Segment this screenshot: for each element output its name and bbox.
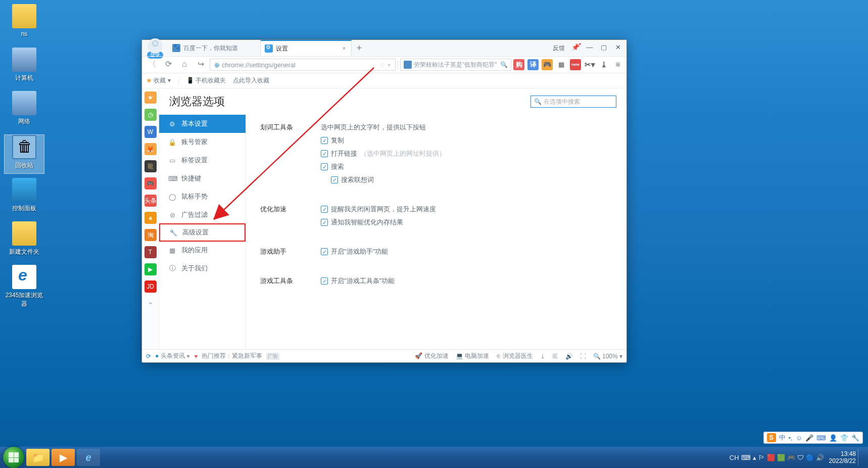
avatar-login[interactable]: 登录 [142,37,168,59]
maximize-button[interactable]: ▢ [597,42,610,54]
ime-face-icon[interactable]: ☺ [796,434,802,442]
new-badge-icon[interactable]: new [570,59,581,70]
tab-settings[interactable]: 设置 × [261,40,352,56]
rail-icon[interactable]: ๑ [144,212,157,224]
checkbox-copy[interactable] [321,137,328,144]
forward-button[interactable]: ↪ [194,58,208,71]
game-icon[interactable]: 🎮 [542,59,553,70]
ie-mode-icon[interactable]: IE [552,353,558,360]
rail-icon[interactable]: 淘 [144,229,157,241]
minimize-button[interactable]: — [583,42,596,54]
tray-sound-icon[interactable]: 🔊 [816,454,824,461]
taskbar-explorer[interactable]: 📁 [26,449,50,466]
desktop-icon-2345-browser[interactable]: 2345加速浏览器 [4,265,44,304]
refresh-icon[interactable]: ⟳ [146,353,151,360]
speedup-button[interactable]: 🚀 优化加速 [415,352,448,360]
ime-settings-icon[interactable]: 🔧 [851,434,859,442]
tray-up-icon[interactable]: ▴ [753,454,756,461]
fullscreen-icon[interactable]: ⛶ [580,353,586,360]
zoom-level[interactable]: 🔍 100% ▾ [593,353,622,360]
nav-adblock[interactable]: ⊘广告过滤 [159,206,246,224]
rail-icon[interactable]: ◷ [144,109,157,121]
favorites-button[interactable]: ★ 收藏 ▾ [146,76,171,85]
tray-keyboard-icon[interactable]: ⌨ [741,454,751,461]
ime-keyboard-icon[interactable]: ⌨ [816,434,826,442]
checkbox-remind-idle[interactable] [321,206,328,213]
grid-icon[interactable]: ▦ [556,59,567,70]
nav-mouse-gesture[interactable]: ◯鼠标手势 [159,188,246,206]
close-icon[interactable]: × [340,45,348,53]
import-fav-link[interactable]: 点此导入收藏 [233,76,269,85]
checkbox-game-toolbar[interactable] [321,277,328,285]
home-button[interactable]: ⌂ [177,58,191,71]
nav-shortcuts[interactable]: ⌨快捷键 [159,169,246,188]
desktop-icon-computer[interactable]: 计算机 [4,48,44,87]
close-button[interactable]: ✕ [611,42,624,54]
tray-app-icon[interactable]: 🔵 [806,454,814,461]
rail-icon[interactable]: ★ [144,91,157,104]
reload-button[interactable]: ⟳ [161,58,175,71]
ime-personal-icon[interactable]: 👤 [829,434,837,442]
download-status-icon[interactable]: ⤓ [540,353,545,360]
tray-app-icon[interactable]: 🟥 [767,454,775,461]
ime-tool-icon[interactable]: 👕 [840,434,848,442]
desktop-icon-recycle-bin[interactable]: 回收站 [4,134,44,174]
tray-app-icon[interactable]: 🎮 [787,454,795,461]
rail-icon[interactable]: 龍 [144,160,157,172]
doctor-button[interactable]: ⊕ 浏览器医生 [496,352,533,360]
tab-baidu[interactable]: 百度一下，你就知道 [168,40,261,56]
rail-icon[interactable]: 🦊 [144,143,157,155]
tray-ime-label[interactable]: CH [730,454,739,461]
desktop-icon-new-folder[interactable]: 新建文件夹 [4,221,44,261]
search-icon[interactable]: 🔍 [500,61,508,68]
rail-icon[interactable]: W [144,126,157,138]
checkbox-suggest[interactable] [331,176,338,183]
rail-icon[interactable]: 🎮 [144,177,157,190]
back-button[interactable]: 〈 [145,58,159,71]
bookmark-star-icon[interactable]: ☆ [379,61,385,69]
news-link[interactable]: ● 头条资讯 ● [155,352,190,360]
checkbox-notify-optimize[interactable] [321,219,328,226]
rail-icon[interactable]: JD [144,280,157,293]
new-tab-button[interactable]: + [352,43,367,54]
checkbox-open-link[interactable] [321,150,328,157]
feedback-link[interactable]: 反馈 [553,44,565,53]
tray-flag-icon[interactable]: 🏳 [758,454,765,461]
checkbox-game-helper[interactable] [321,248,328,255]
search-box[interactable]: 劳荣枝称法子英是"低智商犯罪" 🔍 [400,59,511,71]
download-icon[interactable]: ⤓ [598,59,609,70]
desktop-icon-network[interactable]: 网络 [4,91,44,130]
desktop-icon-control-panel[interactable]: 控制面板 [4,178,44,217]
tray-app-icon[interactable]: 🛡 [797,454,804,461]
desktop-icon-ns[interactable]: ns [4,4,44,43]
checkbox-search[interactable] [321,163,328,170]
ime-punct-icon[interactable]: •, [789,434,793,442]
nav-my-apps[interactable]: ▦我的应用 [159,241,246,259]
ime-mic-icon[interactable]: 🎤 [805,434,813,442]
dropdown-icon[interactable]: ▾ [388,61,391,69]
mobile-fav-button[interactable]: 📱 手机收藏夹 [186,76,226,85]
pc-speedup-button[interactable]: 💻 电脑加速 [456,352,489,360]
ime-lang[interactable]: 中 [779,433,786,442]
start-button[interactable] [3,447,24,468]
rail-icon[interactable]: 头条 [144,195,157,207]
clock[interactable]: 13:48 2022/8/22 [826,450,856,464]
url-input[interactable]: ⊕ chrome://settings/general ☆ ▾ [210,59,396,71]
nav-basic-settings[interactable]: ⚙基本设置 [159,115,246,133]
menu-icon[interactable]: ≡ [612,59,623,70]
pin-icon[interactable]: 📌 [569,42,582,54]
nav-tabs[interactable]: ▭标签设置 [159,151,246,169]
nav-advanced-settings[interactable]: 🔧高级设置 [159,223,246,242]
nav-about[interactable]: ⓘ关于我们 [159,259,246,277]
rail-icon[interactable]: T [144,246,157,258]
taskbar-ie[interactable]: e [77,449,100,466]
settings-search[interactable]: 🔍 在选项中搜索 [531,96,616,108]
tray-app-icon[interactable]: 🟩 [777,454,785,461]
scissors-icon[interactable]: ✂▾ [584,59,595,70]
shop-icon[interactable]: 购 [513,59,524,70]
hot-recommend[interactable]: 热门推荐：紧急新军事 [202,352,262,360]
sound-icon[interactable]: 🔊 [565,353,573,360]
rail-icon[interactable]: ▶ [144,263,157,275]
taskbar-media[interactable]: ▶ [52,449,75,466]
translate-icon[interactable]: 译 [527,59,539,70]
